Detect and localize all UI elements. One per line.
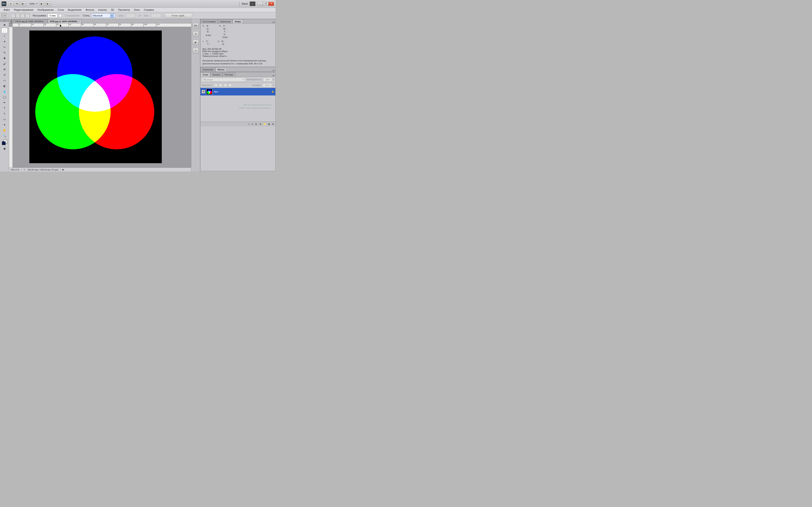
panel-menu-icon[interactable]: ▾≡ [272, 21, 275, 23]
wand-tool[interactable]: ✦ [2, 39, 7, 44]
visibility-toggle[interactable]: 👁 [202, 90, 205, 94]
layer-row[interactable]: 👁 Фон 🔒 [200, 88, 275, 96]
color-swatches[interactable] [2, 140, 7, 146]
tab-correction[interactable]: Коррекция [200, 67, 215, 71]
tab-navigator[interactable]: Навигатор [218, 19, 233, 23]
fg-color-swatch[interactable] [2, 142, 6, 145]
canvas-viewport[interactable] [13, 27, 191, 168]
gradient-tool[interactable]: ◐ [2, 83, 7, 89]
tab-layers[interactable]: Слои [200, 73, 210, 77]
tab-info[interactable]: Инфо [233, 19, 243, 23]
layer-name[interactable]: Фон [214, 91, 218, 93]
panel-menu-icon[interactable]: ▾≡ [272, 69, 275, 71]
lock-transparency-button[interactable] [214, 83, 217, 87]
link-layers-button[interactable]: ⇔ [248, 123, 250, 125]
stamp-tool[interactable]: ⊕ [2, 67, 7, 72]
panel-menu-icon[interactable]: ▾≡ [272, 74, 275, 77]
brush-tool[interactable]: 🖌 [2, 61, 7, 66]
bridge-button[interactable]: Br [8, 2, 13, 6]
ruler-vertical[interactable] [9, 27, 13, 168]
style-select[interactable]: Обычный ▼ [91, 13, 115, 18]
hand-tool[interactable]: ✋ [2, 128, 7, 133]
sel-intersect-button[interactable] [25, 14, 30, 18]
feather-input[interactable] [48, 14, 58, 18]
sel-new-button[interactable] [11, 14, 15, 18]
canvas[interactable] [29, 31, 162, 163]
sel-add-button[interactable] [16, 14, 20, 18]
menu-window[interactable]: Окно [132, 8, 142, 12]
arrange-button[interactable]: ▦▼ [21, 2, 26, 6]
menu-file[interactable]: Файл [2, 8, 12, 12]
shape-tool[interactable]: ▭ [2, 117, 7, 122]
info-y-label: Y : [222, 31, 226, 33]
close-icon[interactable]: × [79, 20, 80, 22]
presets-panel-icon[interactable]: ≡ [193, 48, 199, 53]
actions-panel-icon[interactable]: ▶ [193, 40, 199, 45]
tab-histogram[interactable]: Гистограмма [200, 19, 218, 23]
tab-paths[interactable]: Контуры [222, 73, 235, 77]
close-icon[interactable]: × [45, 20, 46, 22]
refine-edge-button[interactable]: Уточн. край... [165, 13, 192, 18]
doc-tab-cmyk[interactable]: CMYK.jpg @ 188% (RGB/8#) × [13, 19, 48, 23]
dodge-tool[interactable]: ◯ [2, 95, 7, 100]
ruler-horizontal[interactable]: 0102030405060708090100110 [13, 23, 191, 27]
lock-position-button[interactable] [224, 83, 227, 87]
zoom-dropdown[interactable]: 184% ▼ [29, 3, 38, 5]
blur-tool[interactable]: 💧 [2, 89, 7, 94]
adjustment-layer-button[interactable]: ◑ [259, 123, 261, 125]
layer-thumbnail[interactable] [206, 89, 212, 95]
blend-mode-select: Обычные ▼ [202, 78, 245, 81]
close-button[interactable]: ✕ [268, 2, 274, 6]
new-layer-button[interactable]: ▣ [268, 123, 270, 125]
toolbox-collapse[interactable]: ◂▸ [0, 19, 9, 22]
delete-layer-button[interactable]: 🗑 [272, 123, 274, 125]
eyedropper-tool[interactable]: ✎ [2, 50, 7, 55]
move-tool[interactable]: ✥ [2, 22, 7, 27]
sel-subtract-button[interactable] [20, 14, 25, 18]
layer-style-button[interactable]: fx [252, 123, 253, 125]
menu-edit[interactable]: Редактирование [12, 8, 36, 12]
marquee-tool[interactable]: ⬚ [2, 28, 7, 33]
menu-layers[interactable]: Слои [56, 8, 66, 12]
tab-channels[interactable]: Каналы [210, 73, 222, 77]
minibridge-panel-icon[interactable]: Mb [193, 23, 199, 29]
workspace-switcher[interactable]: » [250, 2, 255, 6]
zoom-tool[interactable]: 🔍 [2, 133, 7, 138]
menu-analysis[interactable]: Анализ [96, 8, 109, 12]
ps-logo-icon: Ps [2, 1, 6, 6]
heal-tool[interactable]: ✚ [2, 56, 7, 61]
status-zoom[interactable]: 184,11% [11, 169, 19, 171]
lock-pixels-button[interactable] [219, 83, 222, 87]
quickmask-tool[interactable]: ◉ [2, 146, 7, 151]
crop-tool[interactable]: ✂ [2, 45, 7, 50]
minimize-button[interactable]: — [257, 2, 263, 6]
menu-image[interactable]: Изображение [36, 8, 56, 12]
menu-view[interactable]: Просмотр [116, 8, 132, 12]
minibridge-button[interactable]: Mb [15, 2, 20, 6]
lock-all-button[interactable] [229, 83, 232, 87]
path-select-tool[interactable]: ↖ [2, 111, 7, 116]
menu-filter[interactable]: Фильтр [84, 8, 96, 12]
menu-3d[interactable]: 3D [109, 8, 116, 12]
maximize-button[interactable]: ❐ [263, 2, 268, 6]
lasso-tool[interactable]: ⌇ [2, 34, 7, 39]
menu-select[interactable]: Выделение [66, 8, 84, 12]
group-button[interactable]: 📁 [263, 123, 266, 125]
layer-mask-button[interactable]: ◐ [255, 123, 257, 125]
doc-tab-rgb[interactable]: RGB.jpg @ 184% (RGB/8#) × [48, 19, 82, 23]
status-arrow-icon[interactable]: ▶ [62, 168, 64, 171]
current-tool-icon[interactable]: ⬚▾ [1, 13, 7, 18]
info-r-label: R : [205, 25, 209, 27]
type-tool[interactable]: T [2, 106, 7, 111]
3d-tool[interactable]: ✦ [2, 122, 7, 127]
extras-button[interactable]: ◧▼ [46, 2, 51, 6]
eraser-tool[interactable]: ▱ [2, 78, 7, 83]
screenmode-button[interactable]: ▣▼ [40, 2, 45, 6]
layer-list[interactable]: 👁 Фон 🔒 [200, 88, 275, 122]
pen-tool[interactable]: ✒ [2, 100, 7, 105]
tab-masks[interactable]: Маски [215, 67, 226, 71]
status-info-icon[interactable]: ⓘ [23, 168, 26, 171]
history-brush-tool[interactable]: ↺ [2, 72, 7, 77]
history-panel-icon[interactable]: ↺ [193, 31, 199, 37]
menu-help[interactable]: Справка [142, 8, 156, 12]
